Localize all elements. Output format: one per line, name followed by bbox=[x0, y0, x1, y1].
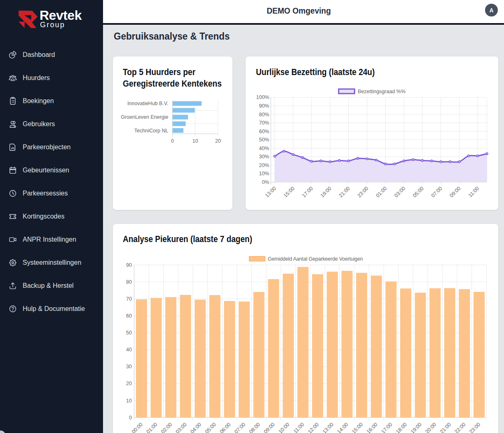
svg-text:03:00: 03:00 bbox=[393, 186, 406, 199]
svg-text:60%: 60% bbox=[259, 129, 269, 134]
svg-text:30%: 30% bbox=[259, 154, 269, 160]
svg-text:TechniCorp NL: TechniCorp NL bbox=[134, 128, 169, 134]
svg-text:05:00: 05:00 bbox=[204, 421, 217, 433]
svg-text:70: 70 bbox=[126, 296, 132, 302]
svg-text:80: 80 bbox=[126, 279, 132, 285]
svg-text:40%: 40% bbox=[259, 146, 269, 151]
svg-text:0: 0 bbox=[171, 138, 174, 144]
svg-text:11:00: 11:00 bbox=[467, 186, 480, 198]
svg-text:11:00: 11:00 bbox=[292, 421, 305, 433]
svg-text:09:00: 09:00 bbox=[263, 421, 276, 433]
svg-text:09:00: 09:00 bbox=[449, 186, 462, 199]
svg-text:06:00: 06:00 bbox=[219, 421, 232, 433]
svg-text:12:00: 12:00 bbox=[307, 421, 320, 433]
svg-text:100%: 100% bbox=[256, 94, 270, 100]
svg-text:17:00: 17:00 bbox=[301, 186, 314, 199]
svg-text:07:00: 07:00 bbox=[233, 421, 246, 433]
svg-text:19:00: 19:00 bbox=[410, 421, 423, 433]
svg-text:Gemiddeld Aantal Geparkeerde V: Gemiddeld Aantal Geparkeerde Voertuigen bbox=[268, 256, 363, 262]
svg-text:20: 20 bbox=[215, 138, 221, 144]
svg-text:01:00: 01:00 bbox=[375, 186, 388, 199]
svg-text:03:00: 03:00 bbox=[175, 421, 188, 433]
svg-text:20%: 20% bbox=[259, 162, 269, 168]
svg-text:00:00: 00:00 bbox=[131, 421, 144, 433]
svg-text:30: 30 bbox=[126, 364, 132, 369]
svg-text:22:00: 22:00 bbox=[454, 421, 467, 433]
svg-text:90: 90 bbox=[126, 262, 132, 268]
svg-text:23:00: 23:00 bbox=[356, 186, 370, 199]
svg-text:02:00: 02:00 bbox=[160, 421, 173, 433]
svg-text:Bezettingsgraad %%: Bezettingsgraad %% bbox=[358, 89, 406, 94]
svg-text:0: 0 bbox=[129, 415, 132, 421]
svg-text:13:00: 13:00 bbox=[321, 421, 335, 433]
svg-text:InnovatieHub B.V.: InnovatieHub B.V. bbox=[127, 101, 169, 106]
svg-text:19:00: 19:00 bbox=[319, 186, 333, 199]
svg-text:10:00: 10:00 bbox=[277, 421, 291, 433]
svg-text:20: 20 bbox=[126, 381, 132, 386]
svg-text:16:00: 16:00 bbox=[366, 421, 379, 433]
svg-text:08:00: 08:00 bbox=[248, 421, 261, 433]
svg-text:10%: 10% bbox=[259, 171, 269, 176]
svg-text:10: 10 bbox=[192, 138, 198, 144]
svg-text:01:00: 01:00 bbox=[145, 421, 159, 433]
svg-text:10: 10 bbox=[126, 398, 132, 404]
svg-text:70%: 70% bbox=[259, 120, 269, 126]
svg-text:50: 50 bbox=[126, 330, 132, 336]
svg-text:15:00: 15:00 bbox=[351, 421, 364, 433]
svg-text:90%: 90% bbox=[259, 103, 269, 109]
svg-text:23:00: 23:00 bbox=[468, 421, 481, 433]
svg-text:50%: 50% bbox=[259, 137, 269, 143]
svg-text:07:00: 07:00 bbox=[430, 186, 443, 199]
svg-text:0%: 0% bbox=[262, 179, 269, 185]
svg-text:18:00: 18:00 bbox=[395, 421, 408, 433]
svg-text:13:00: 13:00 bbox=[264, 186, 277, 199]
svg-text:GroenLeven Energie: GroenLeven Energie bbox=[121, 114, 168, 120]
svg-text:40: 40 bbox=[126, 347, 132, 353]
svg-text:04:00: 04:00 bbox=[189, 421, 202, 433]
svg-text:14:00: 14:00 bbox=[336, 421, 349, 433]
svg-text:20:00: 20:00 bbox=[424, 421, 437, 433]
svg-text:21:00: 21:00 bbox=[338, 186, 351, 199]
svg-text:05:00: 05:00 bbox=[412, 186, 425, 199]
svg-text:60: 60 bbox=[126, 313, 132, 319]
svg-text:17:00: 17:00 bbox=[380, 421, 393, 433]
svg-text:15:00: 15:00 bbox=[282, 186, 295, 199]
svg-text:80%: 80% bbox=[259, 112, 269, 118]
svg-text:21:00: 21:00 bbox=[439, 421, 452, 433]
